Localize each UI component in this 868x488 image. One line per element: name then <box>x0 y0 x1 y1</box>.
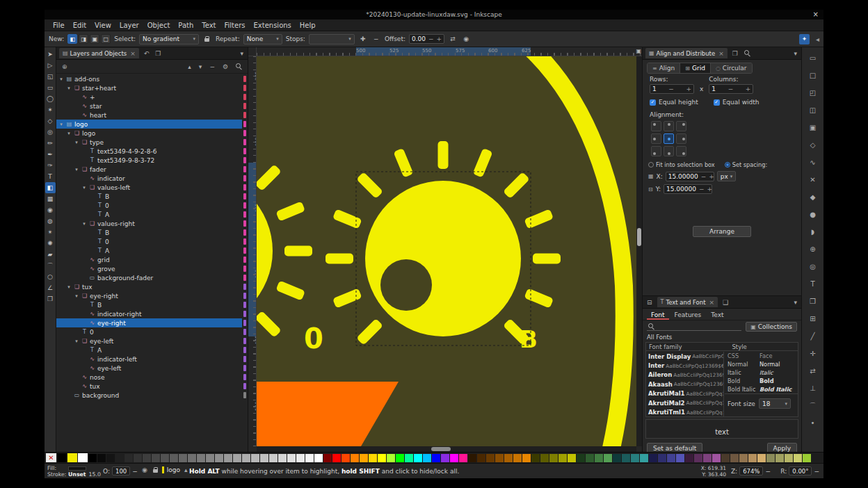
palette-swatch[interactable] <box>775 454 784 462</box>
snap-midpoint-icon[interactable]: ◗ <box>802 223 823 241</box>
anchor-top-center[interactable] <box>664 121 674 131</box>
layer-row[interactable]: T0 <box>56 201 242 210</box>
palette-swatch[interactable] <box>242 454 250 462</box>
white-swatch[interactable] <box>78 453 88 462</box>
set-spacing-radio[interactable] <box>725 162 730 168</box>
snap-guide-intersection-icon[interactable]: ✛ <box>802 345 823 362</box>
align-tab-grid[interactable]: ⊞Grid <box>680 63 711 73</box>
tweak-tool[interactable]: ✴ <box>45 227 56 238</box>
palette-swatch[interactable] <box>694 454 702 462</box>
layers-settings-gear-icon[interactable]: ⚙ <box>221 63 230 70</box>
main-knob-circle[interactable] <box>365 181 521 336</box>
collapse-all-icon[interactable]: ▾ <box>198 63 204 70</box>
snap-smooth-node-icon[interactable]: ● <box>802 206 823 223</box>
insert-stop-button[interactable]: ✚ <box>358 34 368 44</box>
increment-icon[interactable]: + <box>437 35 442 42</box>
palette-swatch[interactable] <box>278 454 287 462</box>
palette-swatch[interactable] <box>215 454 223 462</box>
vertical-ruler[interactable]: 375400425450475500 <box>248 56 257 446</box>
titlebar[interactable]: *20240130-update-linuxdaw.svg - Inkscape… <box>45 10 823 19</box>
palette-swatch[interactable] <box>803 454 811 462</box>
gradient-on-stroke-button[interactable]: □ <box>101 34 111 44</box>
palette-swatch[interactable] <box>106 454 115 462</box>
font-family-row[interactable]: AkrutiTml1AaBbCcIiPpQq123 <box>646 407 723 416</box>
close-tab-icon[interactable]: × <box>709 299 715 306</box>
layer-row[interactable]: TB <box>56 192 242 201</box>
search-objects-icon[interactable] <box>234 63 243 70</box>
layer-lock-icon[interactable] <box>152 467 159 473</box>
expand-triangle-icon[interactable]: ▾ <box>81 185 87 190</box>
shape-builder-tool[interactable]: ◱ <box>45 71 56 82</box>
font-family-row[interactable]: AileronAaBbCcIiPpQq12369$€¢ <box>646 371 723 380</box>
palette-swatch[interactable] <box>323 454 332 462</box>
decrement-icon[interactable]: − <box>701 173 707 180</box>
reverse-gradient-button[interactable]: ⇄ <box>448 34 458 44</box>
dropper-tool[interactable]: ◉ <box>45 204 56 215</box>
zoom-tool[interactable]: ○ <box>45 271 56 282</box>
layer-row[interactable]: TA <box>56 345 242 355</box>
palette-swatch[interactable] <box>134 454 142 462</box>
tab-layers-objects[interactable]: ▤ Layers and Objects × <box>59 48 139 58</box>
palette-swatch[interactable] <box>468 454 476 462</box>
vertical-scrollbar-thumb[interactable] <box>637 228 641 246</box>
panel-menu-chevron-icon[interactable]: ▾ <box>792 299 798 306</box>
palette-swatch[interactable] <box>260 454 268 462</box>
anchor-bottom-right[interactable] <box>676 146 686 156</box>
zoom-input[interactable]: 674% <box>739 466 763 475</box>
menu-layer[interactable]: Layer <box>115 21 143 30</box>
palette-swatch[interactable] <box>586 454 594 462</box>
anchor-middle-center[interactable] <box>664 133 674 144</box>
gradient-tool[interactable]: ◧ <box>45 182 56 193</box>
layer-row[interactable]: ▾❏fader <box>56 165 242 174</box>
snap-bbox-icon[interactable]: ▭ <box>802 49 823 67</box>
decrement-icon[interactable]: − <box>699 186 705 193</box>
calligraphy-tool[interactable]: ✑ <box>45 160 56 171</box>
layer-row[interactable]: Ttext5349-9-8-3-72 <box>56 156 242 165</box>
node-tool[interactable]: ▷ <box>45 60 56 71</box>
palette-swatch[interactable] <box>115 454 124 462</box>
yellow-swatch[interactable] <box>67 453 77 462</box>
horizontal-ruler[interactable]: 500525550575600625 <box>257 47 642 56</box>
palette-swatch[interactable] <box>613 454 621 462</box>
expand-triangle-icon[interactable]: ▾ <box>66 86 72 91</box>
unit-dropdown[interactable]: px▾ <box>717 171 737 181</box>
palette-swatch[interactable] <box>188 454 196 462</box>
palette-swatch[interactable] <box>423 454 431 462</box>
tab-align-distribute[interactable]: ▦ Align and Distribute × <box>645 48 728 58</box>
palette-swatch[interactable] <box>640 454 648 462</box>
align-tab-align[interactable]: ≡Align <box>648 63 680 73</box>
palette-swatch[interactable] <box>748 454 757 462</box>
display-mode-icon[interactable]: ▣ <box>636 48 641 54</box>
bezier-pen-tool[interactable]: ✒ <box>45 149 56 160</box>
eraser-tool[interactable]: ▰ <box>45 249 56 260</box>
font-style-row[interactable]: NormalNormal <box>725 360 798 368</box>
palette-swatch[interactable] <box>269 454 278 462</box>
anchor-middle-right[interactable] <box>676 133 686 144</box>
edit-gradient-button[interactable]: ◉ <box>461 34 471 44</box>
palette-swatch[interactable] <box>161 454 169 462</box>
style-dialog-tab-icon[interactable]: ⊟ <box>645 299 654 306</box>
increment-icon[interactable]: + <box>686 86 691 92</box>
anchor-bottom-center[interactable] <box>664 146 674 156</box>
fit-selection-radio[interactable] <box>648 162 654 168</box>
layer-row[interactable]: ▾▤add-ons <box>56 74 242 83</box>
palette-swatch[interactable] <box>785 454 793 462</box>
font-family-row[interactable]: InterAaBbCcIiPpQq12369$€¢? <box>646 361 723 370</box>
set-as-default-button[interactable]: Set as default <box>647 443 702 452</box>
layer-row[interactable]: ▾❏values-right <box>56 219 242 228</box>
rectangle-tool[interactable]: ▭ <box>45 82 56 93</box>
equal-height-checkbox[interactable]: ✓ <box>650 99 656 106</box>
font-size-dropdown[interactable]: 18▾ <box>759 398 791 409</box>
palette-swatch[interactable] <box>296 454 305 462</box>
repeat-dropdown[interactable]: None▾ <box>243 34 282 44</box>
layer-row[interactable]: ∿tux <box>56 382 242 391</box>
palette-swatch[interactable] <box>649 454 657 462</box>
layer-row[interactable]: TB <box>56 300 242 309</box>
panel-menu-chevron-icon[interactable]: ▾ <box>239 50 245 57</box>
star-tool[interactable]: ✶ <box>45 104 56 115</box>
gradient-select-dropdown[interactable]: No gradient▾ <box>139 34 199 44</box>
box3d-tool[interactable]: ◇ <box>45 115 56 127</box>
glyphs-tab-icon[interactable]: ❑ <box>721 299 730 306</box>
palette-swatch[interactable] <box>595 454 603 462</box>
menu-edit[interactable]: Edit <box>69 21 90 30</box>
